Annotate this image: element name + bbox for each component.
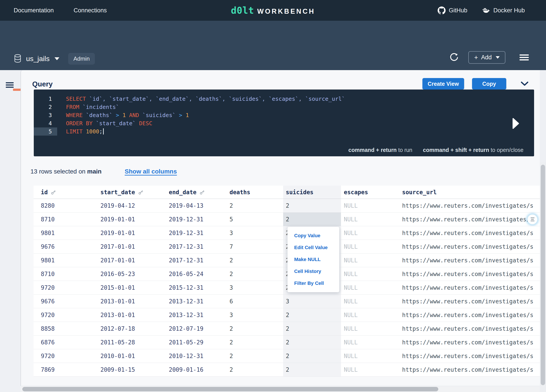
cell-id[interactable]: 8858 [33,322,100,335]
cell-suicides[interactable]: 2 [283,363,341,376]
cell-id[interactable]: 9676 [33,240,100,253]
cell-suicides[interactable]: 2 [283,349,341,363]
cell-id[interactable]: 8710 [33,267,100,281]
column-header-escapes[interactable]: escapes [341,186,401,199]
nav-link-connections[interactable]: Connections [74,7,107,14]
cell-start_date[interactable]: 2019-04-12 [100,199,169,212]
github-link[interactable]: GitHub [438,6,467,14]
cell-escapes[interactable]: NULL [341,308,401,322]
cell-end_date[interactable]: 2012-07-19 [169,322,229,335]
cell-start_date[interactable]: 2016-05-23 [100,267,169,281]
cell-escapes[interactable]: NULL [341,349,401,363]
column-header-source_url[interactable]: source_url [401,186,540,199]
sidebar-toggle-button[interactable] [6,81,14,89]
cell-source_url[interactable]: https://www.reuters.com/investigates/s [401,240,540,253]
cell-end_date[interactable]: 2017-12-31 [169,253,229,267]
cell-escapes[interactable]: NULL [341,267,401,281]
show-all-columns-link[interactable]: Show all columns [125,168,177,175]
cell-end_date[interactable]: 2013-12-31 [169,308,229,322]
cell-start_date[interactable]: 2019-01-01 [100,226,169,240]
cell-suicides[interactable]: 2 [283,308,341,322]
cell-source_url[interactable]: https://www.reuters.com/investigates/s [401,349,540,363]
collapse-chevron-icon[interactable] [521,82,528,86]
horizontal-scrollbar-thumb[interactable] [22,387,438,391]
cell-suicides[interactable]: 2 [283,199,341,212]
create-view-button[interactable]: Create View [422,78,464,89]
cell-source_url[interactable]: https://www.reuters.com/investigates/s [401,295,540,308]
cell-escapes[interactable]: NULL [341,240,401,253]
cell-start_date[interactable]: 2019-01-01 [100,213,169,226]
cell-id[interactable]: 9720 [33,349,100,363]
cell-deaths[interactable]: 3 [229,281,283,294]
cell-source_url[interactable]: https://www.reuters.com/investigates/s [401,226,540,240]
context-menu-item-cell-history[interactable]: Cell History [288,266,339,277]
cell-start_date[interactable]: 2009-01-15 [100,363,169,376]
column-header-start_date[interactable]: start_date [100,186,169,199]
vertical-scrollbar-thumb[interactable] [541,165,545,385]
cell-id[interactable]: 9720 [33,281,100,294]
cell-source_url[interactable]: https://www.reuters.com/investigates/s [401,363,540,376]
cell-start_date[interactable]: 2010-01-01 [100,349,169,363]
database-name[interactable]: us_jails [26,55,50,63]
cell-source_url[interactable]: https://www.reuters.com/investigates/s [401,335,540,349]
cell-deaths[interactable]: 2 [229,199,283,212]
column-header-deaths[interactable]: deaths [229,186,283,199]
cell-start_date[interactable]: 2013-01-01 [100,308,169,322]
cell-start_date[interactable]: 2012-07-18 [100,322,169,335]
cell-id[interactable]: 7869 [33,363,100,376]
cell-end_date[interactable]: 2019-04-13 [169,199,229,212]
cell-suicides[interactable]: 3 [283,295,341,308]
cell-start_date[interactable]: 2011-05-28 [100,335,169,349]
cell-escapes[interactable]: NULL [341,295,401,308]
cell-escapes[interactable]: NULL [341,199,401,212]
cell-suicides[interactable]: 2 [283,335,341,349]
cell-deaths[interactable]: 2 [229,322,283,335]
cell-escapes[interactable]: NULL [341,253,401,267]
cell-source_url[interactable]: https://www.reuters.com/investigates/s [401,253,540,267]
cell-end_date[interactable]: 2009-01-16 [169,363,229,376]
context-menu-item-copy-value[interactable]: Copy Value [288,230,339,242]
cell-source_url[interactable]: https://www.reuters.com/investigates/s [401,281,540,294]
vertical-scrollbar-track[interactable] [540,162,546,392]
cell-source_url[interactable]: https://www.reuters.com/investigates/s [401,199,540,212]
hamburger-menu-button[interactable] [520,53,529,62]
cell-deaths[interactable]: 2 [229,349,283,363]
context-menu-item-edit-cell-value[interactable]: Edit Cell Value [288,242,339,253]
cell-start_date[interactable]: 2017-01-01 [100,253,169,267]
cell-source_url[interactable]: https://www.reuters.com/investigates/s [401,308,540,322]
cell-start_date[interactable]: 2013-01-01 [100,295,169,308]
sql-editor[interactable]: 1SELECT `id`, `start_date`, `end_date`, … [34,89,534,156]
cell-id[interactable]: 8280 [33,199,100,212]
column-header-suicides[interactable]: suicides [283,186,341,199]
cell-deaths[interactable]: 5 [229,213,283,226]
cell-id[interactable]: 9801 [33,226,100,240]
cell-end_date[interactable]: 2019-12-31 [169,213,229,226]
cell-source_url[interactable]: https://www.reuters.com/investigates/s [401,267,540,281]
cell-deaths[interactable]: 2 [229,267,283,281]
refresh-button[interactable] [449,53,458,62]
cell-escapes[interactable]: NULL [341,335,401,349]
horizontal-scrollbar-track[interactable] [20,386,540,392]
context-menu-item-make-null[interactable]: Make NULL [288,253,339,266]
cell-end_date[interactable]: 2016-05-24 [169,267,229,281]
cell-suicides[interactable]: 2 [283,322,341,335]
cell-end_date[interactable]: 2010-12-31 [169,349,229,363]
cell-source_url[interactable]: https://www.reuters.com/investigates/s [401,322,540,335]
cell-end_date[interactable]: 2011-05-29 [169,335,229,349]
cell-end_date[interactable]: 2015-12-31 [169,281,229,294]
cell-deaths[interactable]: 3 [229,226,283,240]
cell-escapes[interactable]: NULL [341,322,401,335]
cell-id[interactable]: 8710 [33,213,100,226]
column-header-end_date[interactable]: end_date [169,186,229,199]
cell-deaths[interactable]: 2 [229,335,283,349]
cell-suicides[interactable]: 2 [283,213,341,226]
cell-id[interactable]: 9720 [33,308,100,322]
copy-button[interactable]: Copy [472,78,506,89]
cell-id[interactable]: 6876 [33,335,100,349]
cell-id[interactable]: 9676 [33,295,100,308]
cell-start_date[interactable]: 2017-01-01 [100,240,169,253]
cell-escapes[interactable]: NULL [341,281,401,294]
cell-id[interactable]: 9801 [33,253,100,267]
database-caret-down-icon[interactable] [54,57,59,60]
cell-source_url[interactable]: https://www.reuters.com/investigates/s [401,213,540,226]
